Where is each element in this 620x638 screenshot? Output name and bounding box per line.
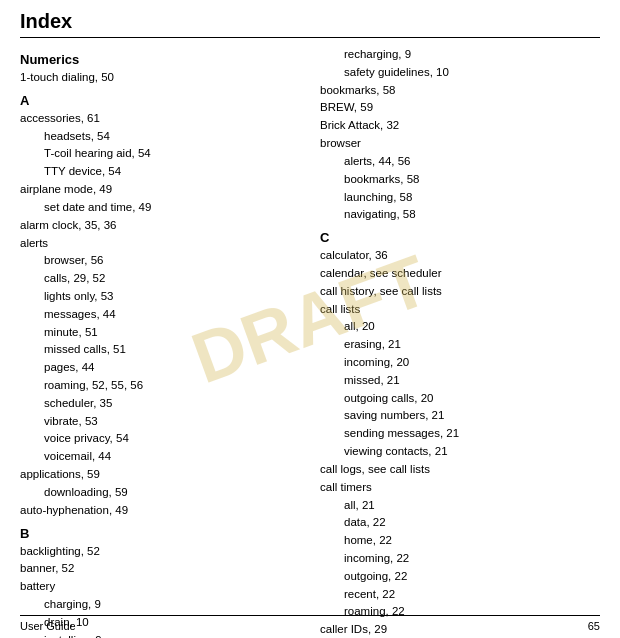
index-entry: call timers xyxy=(320,479,600,497)
index-entry: outgoing calls, 20 xyxy=(344,390,600,408)
index-entry: BREW, 59 xyxy=(320,99,600,117)
index-entry: recent, 22 xyxy=(344,586,600,604)
index-entry: sending messages, 21 xyxy=(344,425,600,443)
index-entry: set date and time, 49 xyxy=(44,199,300,217)
index-entry: browser, 56 xyxy=(44,252,300,270)
index-entry: downloading, 59 xyxy=(44,484,300,502)
index-entry: incoming, 20 xyxy=(344,354,600,372)
index-entry: outgoing, 22 xyxy=(344,568,600,586)
index-entry: all, 21 xyxy=(344,497,600,515)
index-entry: all, 20 xyxy=(344,318,600,336)
page-title: Index xyxy=(20,10,600,38)
index-entry: airplane mode, 49 xyxy=(20,181,300,199)
index-entry: call lists xyxy=(320,301,600,319)
index-entry: missed calls, 51 xyxy=(44,341,300,359)
index-entry: saving numbers, 21 xyxy=(344,407,600,425)
index-entry: browser xyxy=(320,135,600,153)
index-entry: bookmarks, 58 xyxy=(344,171,600,189)
index-entry: T-coil hearing aid, 54 xyxy=(44,145,300,163)
index-entry: missed, 21 xyxy=(344,372,600,390)
index-entry: viewing contacts, 21 xyxy=(344,443,600,461)
index-entry: voicemail, 44 xyxy=(44,448,300,466)
index-entry: headsets, 54 xyxy=(44,128,300,146)
index-entry: safety guidelines, 10 xyxy=(344,64,600,82)
footer-right: 65 xyxy=(588,620,600,632)
index-entry: alerts xyxy=(20,235,300,253)
index-entry: auto-hyphenation, 49 xyxy=(20,502,300,520)
index-entry: alerts, 44, 56 xyxy=(344,153,600,171)
index-entry: 1-touch dialing, 50 xyxy=(20,69,300,87)
section-header: Numerics xyxy=(20,52,300,67)
index-entry: bookmarks, 58 xyxy=(320,82,600,100)
index-entry: calls, 29, 52 xyxy=(44,270,300,288)
index-entry: accessories, 61 xyxy=(20,110,300,128)
index-entry: Brick Attack, 32 xyxy=(320,117,600,135)
index-entry: backlighting, 52 xyxy=(20,543,300,561)
section-header: B xyxy=(20,526,300,541)
index-entry: launching, 58 xyxy=(344,189,600,207)
index-entry: calendar, see scheduler xyxy=(320,265,600,283)
index-entry: installing, 9 xyxy=(44,632,300,638)
index-entry: data, 22 xyxy=(344,514,600,532)
footer-left: User Guide xyxy=(20,620,76,632)
footer: User Guide 65 xyxy=(20,615,600,632)
index-entry: calculator, 36 xyxy=(320,247,600,265)
index-entry: call logs, see call lists xyxy=(320,461,600,479)
index-entry: home, 22 xyxy=(344,532,600,550)
index-entry: messages, 44 xyxy=(44,306,300,324)
index-entry: navigating, 58 xyxy=(344,206,600,224)
index-entry: recharging, 9 xyxy=(344,46,600,64)
index-entry: call history, see call lists xyxy=(320,283,600,301)
index-entry: erasing, 21 xyxy=(344,336,600,354)
index-entry: voice privacy, 54 xyxy=(44,430,300,448)
page: DRAFT Index Numerics1-touch dialing, 50A… xyxy=(0,0,620,638)
index-entry: roaming, 52, 55, 56 xyxy=(44,377,300,395)
left-column: Numerics1-touch dialing, 50Aaccessories,… xyxy=(20,46,310,638)
index-entry: charging, 9 xyxy=(44,596,300,614)
index-entry: banner, 52 xyxy=(20,560,300,578)
index-entry: pages, 44 xyxy=(44,359,300,377)
index-entry: incoming, 22 xyxy=(344,550,600,568)
index-entry: TTY device, 54 xyxy=(44,163,300,181)
index-entry: battery xyxy=(20,578,300,596)
index-entry: minute, 51 xyxy=(44,324,300,342)
section-header: A xyxy=(20,93,300,108)
index-entry: alarm clock, 35, 36 xyxy=(20,217,300,235)
index-entry: scheduler, 35 xyxy=(44,395,300,413)
index-entry: lights only, 53 xyxy=(44,288,300,306)
index-entry: applications, 59 xyxy=(20,466,300,484)
section-header: C xyxy=(320,230,600,245)
right-column: recharging, 9safety guidelines, 10bookma… xyxy=(310,46,600,638)
index-entry: vibrate, 53 xyxy=(44,413,300,431)
content: Numerics1-touch dialing, 50Aaccessories,… xyxy=(20,46,600,638)
